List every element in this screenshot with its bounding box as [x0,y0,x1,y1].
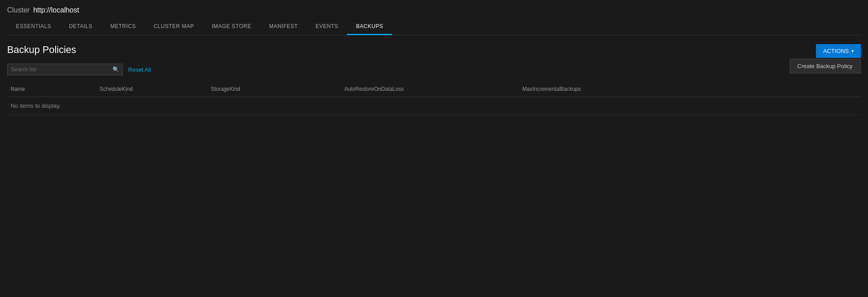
col-header-auto-restore: AutoRestoreOnDataLoss [341,84,519,94]
tab-manifest[interactable]: MANIFEST [260,19,307,35]
tab-essentials[interactable]: ESSENTIALS [7,19,60,35]
search-input[interactable] [7,64,123,75]
tab-events[interactable]: EVENTS [307,19,347,35]
cluster-label: Cluster [7,6,30,14]
table-empty-message: No items to display. [7,97,861,115]
tab-backups[interactable]: BACKUPS [347,19,392,35]
col-header-schedule-kind: ScheduleKind [96,84,207,94]
search-container: 🔍 [7,64,123,75]
actions-container: ACTIONS ▾ Create Backup Policy [790,44,861,73]
actions-button[interactable]: ACTIONS ▾ [816,44,861,58]
table-header: Name ScheduleKind StorageKind AutoRestor… [7,81,861,97]
search-row: 🔍 Reset All [7,64,861,75]
tab-metrics[interactable]: METRICS [101,19,145,35]
chevron-down-icon: ▾ [852,49,854,53]
cluster-url: http://localhost [33,6,79,14]
tab-cluster-map[interactable]: CLUSTER MAP [145,19,203,35]
tab-image-store[interactable]: IMAGE STORE [203,19,260,35]
reset-all-link[interactable]: Reset All [128,66,151,73]
header: Cluster http://localhost ESSENTIALS DETA… [0,0,868,35]
create-backup-policy-item[interactable]: Create Backup Policy [790,59,860,73]
col-header-storage-kind: StorageKind [207,84,341,94]
col-header-max-incremental: MaxIncrementalBackups [519,84,652,94]
table-container: Name ScheduleKind StorageKind AutoRestor… [7,81,861,115]
actions-dropdown: Create Backup Policy [790,59,861,73]
content-area: Backup Policies ACTIONS ▾ Create Backup … [0,35,868,124]
nav-tabs: ESSENTIALS DETAILS METRICS CLUSTER MAP I… [7,19,861,35]
tab-details[interactable]: DETAILS [60,19,101,35]
cluster-title: Cluster http://localhost [7,6,861,14]
page-title: Backup Policies [7,44,861,56]
actions-button-label: ACTIONS [823,48,849,54]
col-header-name: Name [7,84,96,94]
